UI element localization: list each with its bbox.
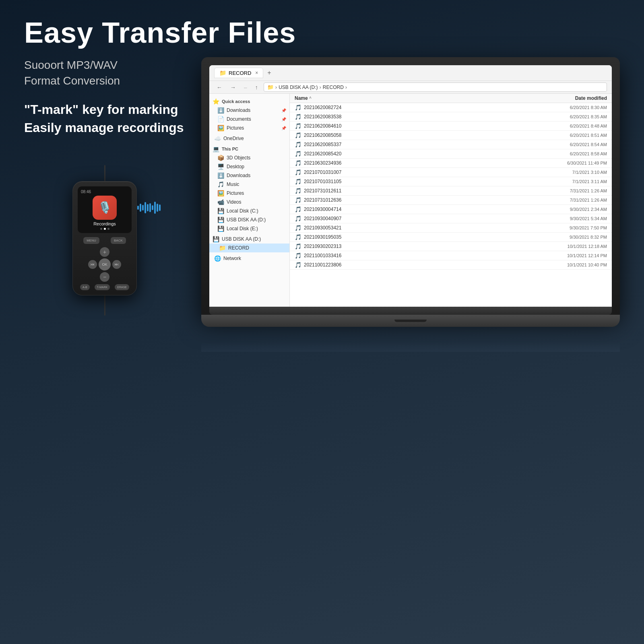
sidebar-item-local-e[interactable]: 💾 Local Disk (E:) xyxy=(209,224,289,233)
prev-button[interactable]: ⏮ xyxy=(88,260,97,269)
file-date: 6/20/2021 8:54 AM xyxy=(543,142,607,147)
main-container: Easy Transfer Files Suooort MP3/WAVForma… xyxy=(0,0,644,644)
sidebar-item-network[interactable]: 🌐 Network xyxy=(209,254,289,263)
table-row[interactable]: 🎵 20210620084610 6/20/2021 8:48 AM xyxy=(290,122,612,131)
tmark-button[interactable]: T-MARK xyxy=(95,284,110,290)
pin-icon: 📌 xyxy=(281,108,286,113)
table-row[interactable]: 🎵 20210620085420 6/20/2021 8:58 AM xyxy=(290,149,612,159)
dot-2 xyxy=(104,228,106,230)
sidebar-item-usb-d2[interactable]: 💾 USB DISK AA (D:) xyxy=(209,235,289,244)
file-date: 6/30/2021 11:49 PM xyxy=(543,161,607,165)
file-name: 20210620085058 xyxy=(304,132,543,138)
table-row[interactable]: 🎵 20210930195035 9/30/2021 8:32 PM xyxy=(290,233,612,242)
pictures-icon: 🖼️ xyxy=(217,125,224,131)
ok-button[interactable]: OK xyxy=(99,258,111,270)
name-column-header[interactable]: Name ^ xyxy=(295,95,543,101)
music-icon: 🎵 xyxy=(217,181,224,188)
usb-cable xyxy=(104,165,105,181)
usb-cable-bottom xyxy=(104,295,105,316)
sidebar-item-documents[interactable]: 📄 Documents 📌 xyxy=(209,115,289,124)
this-pc-icon: 💻 xyxy=(213,146,219,152)
laptop-screen-wrapper: 📁 RECORD × + ← → – ↑ xyxy=(201,57,620,315)
sidebar-item-local-c[interactable]: 💾 Local Disk (C:) xyxy=(209,206,289,215)
table-row[interactable]: 🎵 20210620085058 6/20/2021 8:51 AM xyxy=(290,131,612,140)
explorer-titlebar: 📁 RECORD × + xyxy=(209,65,612,81)
nav-forward-button[interactable]: → xyxy=(228,83,238,91)
file-date: 10/1/2021 12:14 PM xyxy=(543,253,607,258)
nav-up-parent-button[interactable]: – xyxy=(242,83,250,91)
device-screen: 08:46 🎙️ Recordings xyxy=(78,186,132,233)
table-row[interactable]: 🎵 20210620082724 6/20/2021 8:30 AM xyxy=(290,103,612,112)
mp3-device: 08:46 🎙️ Recordings xyxy=(72,181,137,295)
sidebar-item-downloads[interactable]: ⬇️ Downloads 📌 xyxy=(209,106,289,115)
erase-button[interactable]: ERASE xyxy=(115,284,129,290)
ab-button[interactable]: A-B xyxy=(80,284,90,290)
file-icon: 🎵 xyxy=(295,132,301,138)
nav-back-button[interactable]: ← xyxy=(214,83,225,91)
file-icon: 🎵 xyxy=(295,141,301,148)
network-section: 🌐 Network xyxy=(209,254,289,263)
file-date: 9/30/2021 7:50 PM xyxy=(543,225,607,230)
menu-button[interactable]: MENU xyxy=(83,237,99,244)
table-row[interactable]: 🎵 20211001033416 10/1/2021 12:14 PM xyxy=(290,251,612,260)
file-name: 20210930004714 xyxy=(304,206,543,212)
sidebar-item-pictures2[interactable]: 🖼️ Pictures xyxy=(209,189,289,198)
local-disk-e-icon: 💾 xyxy=(217,225,224,232)
address-bar[interactable]: 📁 › USB DISK AA (D:) › RECORD › xyxy=(264,83,607,92)
downloads-icon: ⬇️ xyxy=(217,107,224,114)
file-icon: 🎵 xyxy=(295,243,301,250)
date-column-header[interactable]: Date modified xyxy=(543,95,607,101)
usb-disk-expanded-section: 💾 USB DISK AA (D:) 📁 RECORD xyxy=(209,235,289,252)
device-indicator-dots xyxy=(81,228,128,230)
desktop-icon: 🖥️ xyxy=(217,163,224,170)
sidebar-item-desktop[interactable]: 🖥️ Desktop xyxy=(209,162,289,171)
sidebar-item-downloads2[interactable]: ⬇️ Downloads xyxy=(209,171,289,180)
wave-bar xyxy=(144,202,146,213)
plus-button[interactable]: + xyxy=(100,247,109,257)
file-date: 6/20/2021 8:48 AM xyxy=(543,124,607,128)
new-tab-button[interactable]: + xyxy=(267,69,271,76)
file-name: 20210620082724 xyxy=(304,105,543,110)
tab-close-button[interactable]: × xyxy=(255,70,258,76)
table-row[interactable]: 🎵 20210930040907 9/30/2021 5:34 AM xyxy=(290,214,612,223)
sidebar-item-record[interactable]: 📁 RECORD xyxy=(209,244,289,252)
table-row[interactable]: 🎵 20210731012611 7/31/2021 1:26 AM xyxy=(290,186,612,196)
table-row[interactable]: 🎵 20210630234936 6/30/2021 11:49 PM xyxy=(290,159,612,168)
explorer-toolbar: ← → – ↑ 📁 › USB DISK AA (D:) › RECORD › xyxy=(209,81,612,94)
table-row[interactable]: 🎵 20210701031105 7/1/2021 3:11 AM xyxy=(290,177,612,186)
sidebar-item-music[interactable]: 🎵 Music xyxy=(209,180,289,189)
sidebar-item-usb-d[interactable]: 💾 USB DISK AA (D:) xyxy=(209,215,289,224)
right-panel: 📁 RECORD × + ← → – ↑ xyxy=(201,57,620,363)
network-icon: 🌐 xyxy=(214,255,221,262)
table-row[interactable]: 🎵 20210620085337 6/20/2021 8:54 AM xyxy=(290,140,612,149)
sidebar-item-onedrive[interactable]: ☁️ OneDrive xyxy=(209,134,289,143)
explorer-tab[interactable]: 📁 RECORD × xyxy=(214,68,263,78)
file-date: 6/20/2021 8:30 AM xyxy=(543,105,607,110)
nav-up-button[interactable]: ↑ xyxy=(253,83,260,91)
table-row[interactable]: 🎵 20210620083538 6/20/2021 8:35 AM xyxy=(290,112,612,122)
table-row[interactable]: 🎵 20210731012636 7/31/2021 1:26 AM xyxy=(290,196,612,205)
table-row[interactable]: 🎵 20210930004714 9/30/2021 2:34 AM xyxy=(290,205,612,214)
back-button[interactable]: BACK xyxy=(111,237,126,244)
videos-icon: 📹 xyxy=(217,199,224,205)
table-row[interactable]: 🎵 20210930202313 10/1/2021 12:18 AM xyxy=(290,242,612,251)
file-name: 20210930040907 xyxy=(304,216,543,221)
file-rows-container: 🎵 20210620082724 6/20/2021 8:30 AM 🎵 202… xyxy=(290,103,612,270)
dot-1 xyxy=(100,228,102,230)
file-icon: 🎵 xyxy=(295,151,301,157)
table-row[interactable]: 🎵 20210701031007 7/1/2021 3:10 AM xyxy=(290,168,612,177)
wave-bar xyxy=(149,203,151,212)
file-name: 20210620085337 xyxy=(304,142,543,147)
file-name: 20210630234936 xyxy=(304,160,543,166)
file-date: 6/20/2021 8:35 AM xyxy=(543,114,607,119)
table-row[interactable]: 🎵 20210930053421 9/30/2021 7:50 PM xyxy=(290,223,612,233)
sidebar-this-pc-header: 💻 This PC xyxy=(209,144,289,153)
next-button[interactable]: ⏭ xyxy=(112,260,121,269)
sidebar-item-3d-objects[interactable]: 📦 3D Objects xyxy=(209,153,289,162)
minus-button[interactable]: − xyxy=(100,272,109,282)
table-row[interactable]: 🎵 20211001223806 10/1/2021 10:40 PM xyxy=(290,260,612,270)
wave-bar xyxy=(157,204,158,212)
file-date: 9/30/2021 5:34 AM xyxy=(543,216,607,221)
sidebar-item-videos[interactable]: 📹 Videos xyxy=(209,198,289,206)
sidebar-item-pictures[interactable]: 🖼️ Pictures 📌 xyxy=(209,124,289,132)
